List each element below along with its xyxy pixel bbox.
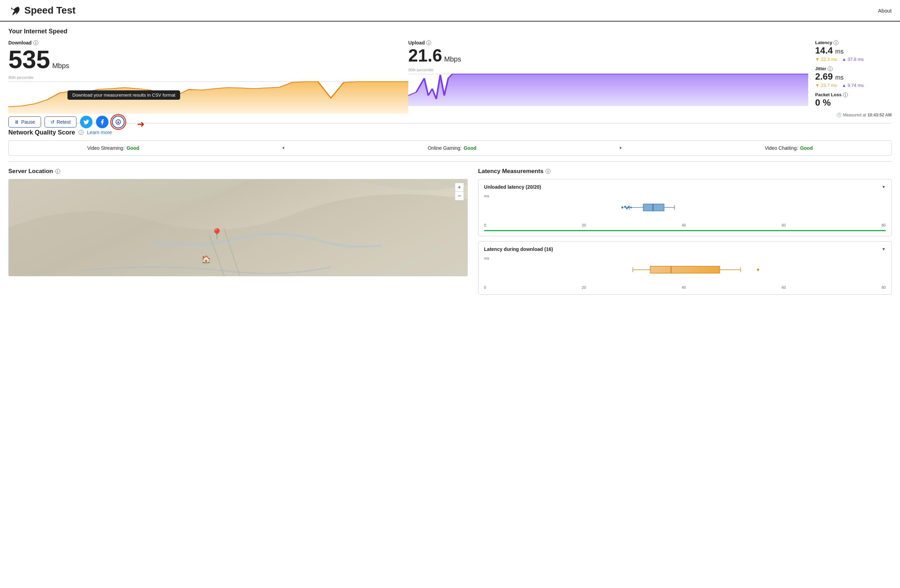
latency-measurements-info-icon[interactable]: i: [546, 169, 551, 174]
unloaded-dropdown-icon[interactable]: ▼: [881, 184, 886, 189]
twitter-share-button[interactable]: [80, 116, 93, 128]
quality-dot-1: •: [282, 145, 284, 151]
download-info-icon[interactable]: i: [33, 40, 38, 45]
latency-info-icon[interactable]: i: [833, 40, 838, 45]
actions-row: ⏸ Pause ↺ Retest: [8, 116, 408, 128]
speed-row: Download i 535 Mbps 90th percentile: [8, 40, 892, 118]
quality-bar: Video Streaming: Good • Online Gaming: G…: [8, 141, 892, 156]
jitter-up: ▲ 9.74 ms: [842, 83, 864, 88]
svg-rect-20: [650, 266, 720, 273]
map-pin: 📍: [210, 229, 223, 239]
latency-measurements-section: Latency Measurements i Unloaded latency …: [478, 168, 892, 300]
svg-rect-9: [643, 204, 664, 211]
jitter-item: Jitter i 2.69 ms ▼ 23.7 ms ▲ 9.74 ms: [815, 66, 892, 88]
quality-dot-2: •: [619, 145, 621, 151]
percentile-label: 90th percentile: [8, 76, 33, 80]
packet-loss-value: 0 %: [815, 97, 892, 108]
facebook-icon: [99, 119, 106, 125]
svg-point-15: [625, 207, 628, 209]
map-zoom-controls: + −: [455, 183, 464, 201]
svg-point-16: [627, 206, 630, 208]
latency-sub: ▼ 22.3 ms ▲ 37.8 ms: [815, 57, 892, 62]
csv-download-button[interactable]: [112, 116, 124, 128]
app-header: Speed Test About: [0, 0, 900, 22]
app-logo: [8, 4, 21, 17]
map-marker-small: 🏠: [201, 255, 211, 264]
latency-measurements-title: Latency Measurements i: [478, 168, 892, 175]
download-label: Download i: [8, 40, 408, 45]
download-chart: 90th percentile Down: [8, 76, 408, 117]
unloaded-green-line: [484, 230, 886, 231]
online-gaming-quality: Online Gaming: Good: [428, 145, 476, 151]
upload-column: Upload i 21.6 Mbps 90th percentile: [408, 40, 808, 118]
pause-button[interactable]: ⏸ Pause: [8, 116, 41, 128]
nqs-info-icon[interactable]: i: [79, 130, 84, 135]
upload-speed-value: 21.6 Mbps: [408, 47, 808, 64]
learn-more-link[interactable]: Learn more: [87, 130, 112, 135]
download-latency-chart-svg: [484, 261, 886, 279]
video-chatting-quality: Video Chatting: Good: [765, 145, 813, 151]
nqs-header: Network Quality Score i Learn more: [8, 129, 892, 136]
measured-at: 🕐 Measured at 10:43:52 AM: [815, 113, 892, 118]
clock-icon: 🕐: [836, 113, 842, 118]
pause-icon: ⏸: [14, 119, 19, 125]
jitter-info-icon[interactable]: i: [828, 67, 833, 71]
map-zoom-in-button[interactable]: +: [455, 183, 464, 192]
packet-loss-title: Packet Loss i: [815, 92, 892, 97]
unloaded-ms-label: ms: [484, 194, 886, 198]
section-divider-2: [8, 161, 892, 162]
csv-tooltip: Download your measurement results in CSV…: [67, 90, 180, 100]
latency-item: Latency i 14.4 ms ▼ 22.3 ms ▲ 37.8 ms: [815, 40, 892, 62]
map-svg: [9, 179, 467, 276]
packet-loss-item: Packet Loss i 0 %: [815, 92, 892, 108]
twitter-icon: [83, 119, 89, 125]
bottom-row: Server Location i: [8, 168, 892, 300]
upload-info-icon[interactable]: i: [426, 40, 431, 45]
nqs-title: Network Quality Score: [8, 129, 75, 136]
svg-point-24: [757, 269, 759, 271]
download-dropdown-icon[interactable]: ▼: [881, 247, 886, 252]
download-latency-card: Latency during download (16) ▼ ms: [478, 241, 892, 295]
latency-down: ▼ 22.3 ms: [815, 57, 837, 62]
unloaded-chart-svg: [484, 199, 886, 216]
latency-up: ▲ 37.8 ms: [842, 57, 864, 62]
svg-point-14: [624, 206, 626, 208]
upload-chart-svg: [408, 68, 808, 106]
upload-chart: 90th percentile: [408, 68, 808, 110]
map-title: Server Location i: [8, 168, 468, 175]
main-content: Your Internet Speed Download i 535 Mbps …: [0, 22, 900, 306]
download-ms-label: ms: [484, 256, 886, 260]
unloaded-axis: 0 20 40 60 80: [484, 223, 886, 227]
latency-title: Latency i: [815, 40, 892, 45]
jitter-sub: ▼ 23.7 ms ▲ 9.74 ms: [815, 83, 892, 88]
download-icon: [115, 119, 121, 125]
jitter-value: 2.69 ms: [815, 71, 892, 82]
retest-button[interactable]: ↺ Retest: [45, 116, 76, 128]
video-streaming-quality: Video Streaming: Good: [87, 145, 140, 151]
jitter-title: Jitter i: [815, 66, 892, 71]
about-link[interactable]: About: [878, 8, 892, 14]
download-speed-value: 535 Mbps: [8, 47, 408, 72]
packet-loss-info-icon[interactable]: i: [843, 93, 848, 97]
map-zoom-out-button[interactable]: −: [455, 192, 464, 200]
download-latency-chart: [484, 261, 886, 285]
latency-column: Latency i 14.4 ms ▼ 22.3 ms ▲ 37.8 ms: [808, 40, 892, 118]
arrow-annotation: ➜: [137, 119, 145, 130]
svg-point-17: [630, 206, 632, 208]
map-info-icon[interactable]: i: [55, 169, 60, 174]
facebook-share-button[interactable]: [96, 116, 109, 128]
download-axis: 0 20 40 60 80: [484, 285, 886, 289]
upload-percentile-label: 90th percentile: [408, 68, 433, 72]
retest-icon: ↺: [50, 119, 54, 125]
download-latency-title: Latency during download (16) ▼: [484, 246, 886, 252]
jitter-down: ▼ 23.7 ms: [815, 83, 837, 88]
upload-label: Upload i: [408, 40, 808, 45]
map-container: + − 📍 🏠: [8, 179, 468, 276]
unloaded-latency-title: Unloaded latency (20/20) ▼: [484, 184, 886, 190]
download-column: Download i 535 Mbps 90th percentile: [8, 40, 408, 118]
unloaded-latency-card: Unloaded latency (20/20) ▼ ms: [478, 179, 892, 236]
internet-speed-title: Your Internet Speed: [8, 28, 892, 35]
header-left: Speed Test: [8, 4, 76, 17]
svg-point-13: [621, 206, 623, 209]
map-section: Server Location i: [8, 168, 468, 300]
